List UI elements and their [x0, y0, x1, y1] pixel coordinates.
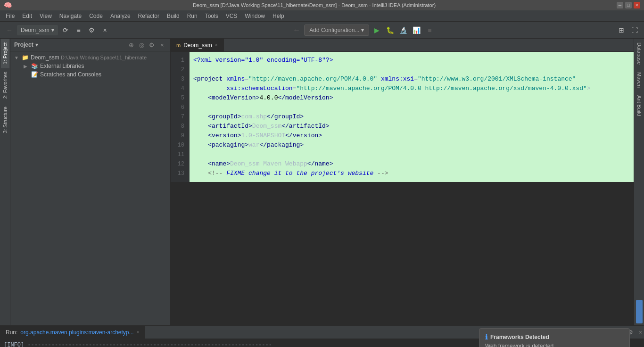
menu-vcs[interactable]: VCS — [222, 12, 241, 20]
menu-view[interactable]: View — [36, 12, 56, 20]
frameworks-notification: ℹ Frameworks Detected Web framework is d… — [479, 328, 630, 347]
project-tree: ▼ 📁 Deom_ssm D:\Java Working Space\11_hi… — [10, 51, 170, 325]
notifications: ℹ Frameworks Detected Web framework is d… — [479, 328, 630, 347]
tree-ext-label: External Libraries — [40, 63, 84, 69]
dropdown-arrow-icon: ▾ — [361, 27, 364, 33]
run-label: Run: — [6, 329, 17, 336]
left-sidebar-tabs: 1: Project 2: Favorites 3: Structure — [0, 39, 10, 325]
back-button[interactable]: ← — [4, 25, 15, 36]
layout-button[interactable]: ⊞ — [616, 25, 627, 36]
app-icon: 🧠 — [4, 1, 12, 9]
sidebar-tab-favorites[interactable]: 2: Favorites — [1, 68, 9, 102]
expand-icon-ext: ▶ — [24, 64, 29, 69]
project-folder-icon: 📁 — [22, 54, 29, 61]
close-panel-button[interactable]: × — [99, 25, 111, 36]
menu-bar: File Edit View Navigate Code Analyze Ref… — [0, 10, 644, 22]
project-panel-title: Project — [14, 41, 33, 48]
menu-run[interactable]: Run — [183, 12, 201, 20]
menu-edit[interactable]: Edit — [18, 12, 36, 20]
add-configuration-button[interactable]: Add Configuration... ▾ — [304, 25, 369, 36]
sidebar-tab-project[interactable]: 1: Project — [1, 39, 9, 68]
debug-button[interactable]: 🐛 — [384, 25, 396, 36]
tree-item-external-libraries[interactable]: ▶ 📚 External Libraries — [10, 62, 170, 70]
toolbar: ← Deom_ssm ▾ ⟳ ≡ ⚙ × ← Add Configuration… — [0, 22, 644, 39]
run-tab-file: org.apache.maven.plugins:maven-archetyp.… — [20, 329, 133, 336]
project-dropdown[interactable]: Deom_ssm ▾ — [17, 25, 58, 35]
bottom-panel-close[interactable]: × — [637, 329, 644, 336]
profile-button[interactable]: 📊 — [411, 25, 422, 36]
info-icon-frameworks: ℹ — [485, 333, 487, 341]
project-panel: Project ▾ ⊕ ◎ ⚙ × ▼ 📁 Deom_ssm D:\Java W… — [10, 39, 171, 325]
collapse-button[interactable]: ≡ — [73, 25, 84, 36]
add-content-button[interactable]: ⊕ — [127, 41, 135, 49]
stop-button[interactable]: ■ — [424, 25, 435, 36]
tree-root-label: Deom_ssm D:\Java Working Space\11_hibern… — [31, 54, 147, 61]
close-button[interactable]: ✕ — [634, 2, 640, 8]
run-button[interactable]: ▶ — [371, 25, 382, 36]
minimize-button[interactable]: ─ — [617, 2, 623, 8]
project-label-text: Deom_ssm — [21, 27, 50, 33]
scratches-icon: 📝 — [31, 71, 38, 78]
menu-tools[interactable]: Tools — [201, 12, 222, 20]
scroll-center-button[interactable]: ◎ — [137, 41, 146, 49]
menu-analyze[interactable]: Analyze — [107, 12, 134, 20]
panel-settings-button[interactable]: ⚙ — [148, 41, 156, 49]
line-numbers: 1 2 3 4 5 6 7 8 9 10 11 12 13 — [171, 52, 190, 182]
tree-item-root[interactable]: ▼ 📁 Deom_ssm D:\Java Working Space\11_hi… — [10, 53, 170, 62]
right-tab-maven[interactable]: Maven — [635, 68, 644, 91]
expand-icon-root: ▼ — [14, 55, 20, 60]
add-config-label: Add Configuration... — [309, 27, 359, 33]
code-content: <?xml version="1.0" encoding="UTF-8"?> <… — [190, 52, 634, 182]
right-tab-database[interactable]: Database — [635, 39, 644, 68]
editor-area: m Deom_ssm × 1 2 3 4 5 6 7 8 9 10 11 — [171, 39, 634, 325]
fullscreen-button[interactable]: ⛶ — [629, 25, 640, 36]
menu-file[interactable]: File — [2, 12, 18, 20]
tab-maven-icon: m — [176, 42, 181, 48]
maximize-button[interactable]: □ — [625, 2, 632, 8]
external-libraries-icon: 📚 — [31, 63, 38, 69]
menu-code[interactable]: Code — [85, 12, 107, 20]
bottom-tab-run[interactable]: Run: org.apache.maven.plugins:maven-arch… — [0, 326, 145, 339]
project-panel-title-arrow: ▾ — [35, 41, 38, 48]
bottom-panel: Run: org.apache.maven.plugins:maven-arch… — [0, 325, 644, 347]
editor-content[interactable]: 1 2 3 4 5 6 7 8 9 10 11 12 13 <?xml vers… — [171, 52, 634, 325]
settings-button[interactable]: ⚙ — [86, 25, 98, 36]
main-area: 1: Project 2: Favorites 3: Structure Pro… — [0, 39, 644, 325]
run-tab-close[interactable]: × — [137, 330, 140, 335]
window-title: Deom_ssm [D:\Java Working Space\11_hiber… — [12, 2, 617, 8]
editor-tab-deom-ssm[interactable]: m Deom_ssm × — [171, 39, 224, 51]
back-nav-button[interactable]: ← — [291, 25, 302, 36]
sidebar-tab-structure[interactable]: 3: Structure — [1, 103, 9, 137]
right-tab-ant-build[interactable]: Ant Build — [635, 91, 644, 120]
menu-window[interactable]: Window — [241, 12, 269, 20]
menu-help[interactable]: Help — [269, 12, 288, 20]
editor-tabs: m Deom_ssm × — [171, 39, 634, 52]
frameworks-body: Web framework is detected. — [485, 343, 624, 347]
coverage-button[interactable]: 🔬 — [397, 25, 409, 36]
title-bar: 🧠 Deom_ssm [D:\Java Working Space\11_hib… — [0, 0, 644, 10]
editor-tab-label: Deom_ssm — [183, 42, 212, 49]
frameworks-title: Frameworks Detected — [490, 334, 549, 340]
panel-hide-button[interactable]: × — [158, 41, 166, 49]
menu-navigate[interactable]: Navigate — [56, 12, 85, 20]
sync-button[interactable]: ⟳ — [60, 25, 71, 36]
tab-close-button[interactable]: × — [215, 42, 218, 48]
right-sidebar-tabs: Database Maven Ant Build — [634, 39, 644, 325]
menu-refactor[interactable]: Refactor — [134, 12, 163, 20]
tree-item-scratches[interactable]: 📝 Scratches and Consoles — [10, 70, 170, 79]
project-panel-header: Project ▾ ⊕ ◎ ⚙ × — [10, 39, 170, 51]
tree-scratches-label: Scratches and Consoles — [40, 71, 101, 78]
dropdown-icon: ▾ — [51, 27, 54, 33]
menu-build[interactable]: Build — [163, 12, 183, 20]
